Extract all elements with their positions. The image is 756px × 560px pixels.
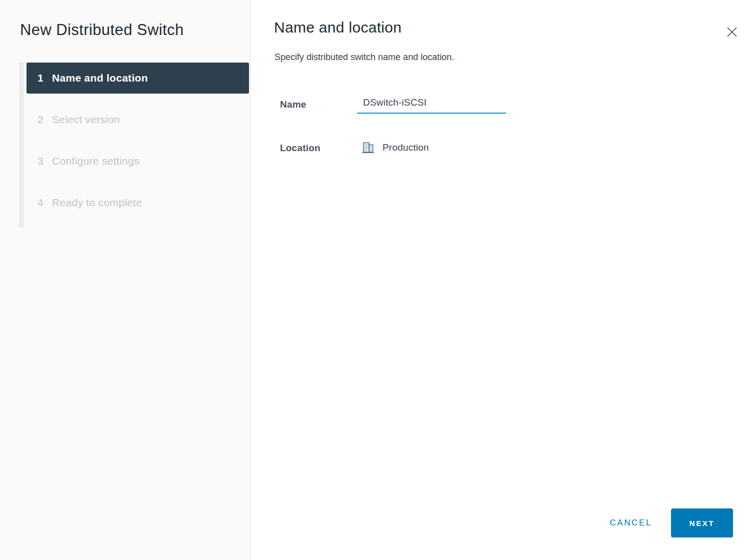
step-list: 1 Name and location 2 Select version 3 C… <box>19 63 250 229</box>
step-number: 4 <box>38 197 46 209</box>
wizard-footer: CANCEL NEXT <box>610 508 733 537</box>
step-select-version[interactable]: 2 Select version <box>26 104 250 135</box>
page-title: Name and location <box>274 19 402 36</box>
wizard-content-panel: Name and location Specify distributed sw… <box>251 0 756 560</box>
location-name: Production <box>382 142 429 153</box>
step-number: 1 <box>38 72 46 84</box>
step-label: Select version <box>52 114 120 126</box>
close-button[interactable] <box>724 24 740 40</box>
next-button[interactable]: NEXT <box>671 508 733 537</box>
step-label: Ready to complete <box>52 197 142 209</box>
step-ready-to-complete[interactable]: 4 Ready to complete <box>26 187 250 218</box>
wizard-sidebar: New Distributed Switch 1 Name and locati… <box>0 0 250 560</box>
page-subtitle: Specify distributed switch name and loca… <box>274 52 454 63</box>
datacenter-icon <box>361 140 375 155</box>
wizard-title: New Distributed Switch <box>20 21 184 39</box>
name-input[interactable] <box>357 94 506 114</box>
cancel-button[interactable]: CANCEL <box>610 518 652 528</box>
close-icon <box>726 26 738 39</box>
step-number: 2 <box>38 114 46 126</box>
step-label: Name and location <box>52 72 148 84</box>
step-number: 3 <box>38 155 46 167</box>
location-label: Location <box>280 143 320 154</box>
step-configure-settings[interactable]: 3 Configure settings <box>26 146 250 177</box>
step-name-and-location[interactable]: 1 Name and location <box>26 63 249 94</box>
name-label: Name <box>280 99 306 110</box>
step-rail <box>19 63 24 228</box>
location-value[interactable]: Production <box>361 140 429 155</box>
step-label: Configure settings <box>52 155 140 167</box>
